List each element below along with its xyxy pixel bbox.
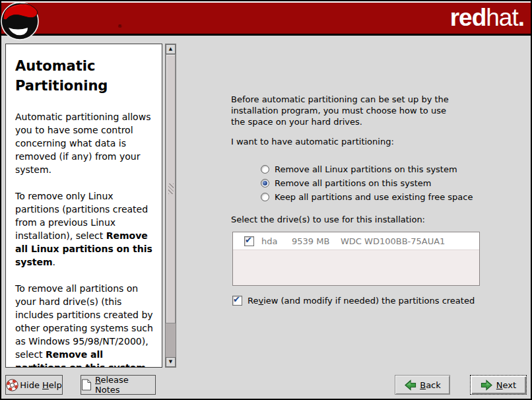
radio-remove-all-partitions[interactable]: Remove all partitions on this system xyxy=(261,176,473,190)
header-banner: redhat. xyxy=(1,1,531,36)
wordmark-dot: . xyxy=(518,4,524,31)
scroll-down-button[interactable]: ▼ xyxy=(166,357,176,367)
partitioning-prompt: I want to have automatic partitioning: xyxy=(231,137,394,147)
intro-text: Before automatic partitioning can be set… xyxy=(231,94,449,127)
release-notes-button[interactable]: Release Notes xyxy=(81,375,156,395)
scrollbar-track[interactable] xyxy=(166,332,176,357)
next-button[interactable]: Next xyxy=(470,375,527,395)
redhat-shadowman-logo-icon xyxy=(1,1,40,41)
back-button[interactable]: Back xyxy=(395,375,450,395)
wordmark-hat: hat xyxy=(486,4,517,31)
lifebuoy-icon xyxy=(6,379,18,391)
thumb-grip-icon xyxy=(168,183,174,194)
arrow-left-icon xyxy=(404,380,416,391)
down-arrow-icon: ▼ xyxy=(169,359,172,364)
arrow-right-icon xyxy=(481,380,493,391)
partitioning-options: Remove all Linux partitions on this syst… xyxy=(261,162,473,204)
drive-checkbox[interactable]: ✔ xyxy=(244,236,254,246)
release-notes-label: Release Notes xyxy=(95,375,155,395)
review-option[interactable]: ✔ Review (and modify if needed) the part… xyxy=(232,296,475,306)
help-panel: Automatic Partitioning Automatic partiti… xyxy=(5,44,162,368)
help-paragraph: To remove all partitions on your hard dr… xyxy=(15,282,156,368)
check-icon: ✔ xyxy=(245,235,252,245)
scroll-up-button[interactable]: ▲ xyxy=(166,44,176,54)
help-scrollbar[interactable]: ▲ ▼ xyxy=(165,44,176,368)
help-paragraph: Automatic partitioning allows you to hav… xyxy=(15,110,156,176)
scrollbar-thumb[interactable] xyxy=(166,54,176,323)
radio-remove-linux-partitions[interactable]: Remove all Linux partitions on this syst… xyxy=(261,162,473,176)
drive-row-hda[interactable]: ✔ hda 9539 MB WDC WD100BB-75AUA1 xyxy=(233,232,479,250)
up-arrow-icon: ▲ xyxy=(169,46,172,51)
check-icon: ✔ xyxy=(233,294,240,304)
installer-window: redhat. ® Automatic Partitioning Automat… xyxy=(0,0,532,400)
review-label: Review (and modify if needed) the partit… xyxy=(248,296,475,306)
document-icon xyxy=(81,379,92,391)
radio-button-icon[interactable] xyxy=(261,193,269,201)
hide-help-label: Hide Help xyxy=(20,380,61,390)
radio-keep-all-partitions[interactable]: Keep all partitions and use existing fre… xyxy=(261,190,473,204)
review-checkbox[interactable]: ✔ xyxy=(232,296,242,306)
radio-button-selected-icon[interactable] xyxy=(261,179,269,187)
redhat-wordmark: redhat. xyxy=(450,5,524,31)
help-paragraph: To remove only Linux partitions (partiti… xyxy=(15,189,156,269)
drives-label: Select the drive(s) to use for this inst… xyxy=(231,215,425,224)
next-label: Next xyxy=(496,380,516,390)
wordmark-red: red xyxy=(450,4,486,31)
drive-list[interactable]: ✔ hda 9539 MB WDC WD100BB-75AUA1 xyxy=(232,232,480,286)
help-title: Automatic Partitioning xyxy=(15,56,156,96)
registered-trademark: ® xyxy=(117,24,122,29)
back-label: Back xyxy=(420,380,441,390)
radio-button-icon[interactable] xyxy=(261,165,269,174)
hide-help-button[interactable]: Hide Help xyxy=(5,375,63,395)
